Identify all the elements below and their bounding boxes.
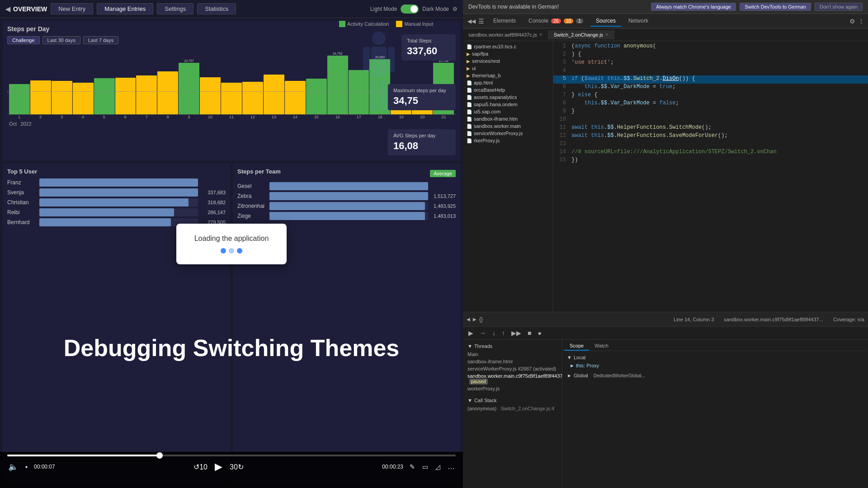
user-bar-fill <box>39 208 174 216</box>
scope-this[interactable]: ► this: Proxy <box>564 362 866 369</box>
captions-button[interactable]: ▪ <box>24 462 28 471</box>
tree-item[interactable]: 📄assets.sapanalytics <box>463 94 553 101</box>
tab-network[interactable]: Network <box>623 16 654 27</box>
filter-challenge[interactable]: Challenge <box>7 36 40 44</box>
tab-sources[interactable]: Sources <box>590 16 621 27</box>
fullscreen-button[interactable]: ◿ <box>434 462 441 471</box>
scope-tab[interactable]: Scope <box>564 342 589 351</box>
manage-entries-button[interactable]: Manage Entries <box>97 3 153 14</box>
filter-7days[interactable]: Last 7 days <box>83 36 118 44</box>
date-cell: 8 <box>158 115 178 119</box>
step-over-button[interactable]: → <box>478 328 488 338</box>
position-label: Line 14, Column 3 <box>674 317 714 322</box>
statistics-button[interactable]: Statistics <box>197 3 236 14</box>
thread-service-worker[interactable]: serviceWorkerProxy.js #2687 (activated) <box>465 365 560 372</box>
watch-tab[interactable]: Watch <box>589 342 614 351</box>
tree-item[interactable]: ▶ services/rest <box>463 57 553 65</box>
dont-show-again-button[interactable]: Don't show again <box>815 3 863 11</box>
team-value: 1,483,013 <box>431 213 456 219</box>
callstack-item-anonymous[interactable]: (anonymous) Switch_2.onChange.js:4 <box>465 405 560 412</box>
file-tab-worker-label: sandbox.worker.aef89f4437c.js <box>468 32 537 38</box>
theme-toggle-switch[interactable] <box>401 5 419 14</box>
steps-section: Steps per Day Challenge Last 30 days Las… <box>3 21 460 161</box>
settings-button[interactable]: Settings <box>157 3 193 14</box>
progress-thumb[interactable] <box>156 452 163 459</box>
devtools-settings-icon[interactable]: ⚙ <box>849 18 855 25</box>
total-steps-value: 337,60 <box>407 45 450 57</box>
tree-item[interactable]: 📄ui5.sap.com <box>463 108 553 115</box>
file-tab-switch[interactable]: Switch_2.onChange.js ✕ <box>548 30 614 39</box>
theme-toggle-area: Light Mode Dark Mode ⚙ <box>370 5 458 14</box>
local-scope-title[interactable]: ▼ Local <box>564 353 866 362</box>
tree-item[interactable]: 📄sandbox-iframe.htm <box>463 115 553 122</box>
dark-mode-label: Dark Mode <box>422 6 449 12</box>
devtools-menu-icon[interactable]: ☰ <box>478 18 484 25</box>
average-button[interactable]: Average <box>430 170 456 177</box>
file-tab-close-2[interactable]: ✕ <box>605 32 609 37</box>
devtools-back-button[interactable]: ◀◀ <box>467 17 476 25</box>
devtools-more-icon[interactable]: ⋮ <box>858 18 864 25</box>
tree-item[interactable]: 📄app.html <box>463 79 553 86</box>
thread-iframe[interactable]: sandbox-iframe.html <box>465 358 560 365</box>
rewind-button[interactable]: ↺10 <box>193 462 208 472</box>
tree-item[interactable]: 📄sandbox.worker.main <box>463 122 553 130</box>
bottom-toolbar: ◀ ▶ {} Line 14, Column 3 sandbox.worker.… <box>463 312 868 327</box>
team-row: Gesel <box>237 182 456 190</box>
user-bar-bg <box>39 218 198 226</box>
camera-button[interactable]: ▭ <box>421 462 429 471</box>
back-arrow-icon[interactable]: ◀ <box>5 5 10 13</box>
tree-item[interactable]: ▶ ui <box>463 65 553 72</box>
date-cell: 6 <box>115 115 136 119</box>
date-cell: 7 <box>137 115 157 119</box>
tab-elements[interactable]: Elements <box>488 16 521 27</box>
forward-button[interactable]: 30↻ <box>229 462 245 472</box>
thread-main[interactable]: Main <box>465 351 560 358</box>
more-options-button[interactable]: … <box>447 462 456 472</box>
volume-button[interactable]: 🔈 <box>7 461 19 473</box>
code-editor[interactable]: 1 (async function anonymous( 2 ) { 3 'us… <box>553 41 868 312</box>
bar-fill <box>94 78 115 114</box>
tree-item[interactable]: 📄serviceWorkerProxy.js <box>463 130 553 137</box>
file-tab-close-1[interactable]: ✕ <box>539 32 542 37</box>
edit-button[interactable]: ✎ <box>409 462 416 471</box>
tree-item[interactable]: 📄orcaBaseHelp <box>463 86 553 94</box>
coverage-label: Coverage: n/a <box>833 317 864 322</box>
language-match-button[interactable]: Always match Chrome's language <box>651 3 736 11</box>
thread-sandbox-worker[interactable]: sandbox.worker.main.c9f75d9f1aef89f4437.… <box>465 372 560 385</box>
threads-section-title[interactable]: ▼ Threads <box>465 342 560 351</box>
switch-language-button[interactable]: Switch DevTools to German <box>740 3 811 11</box>
svg-rect-4 <box>371 80 378 111</box>
code-line: 1 (async function anonymous( <box>553 43 868 51</box>
bottom-row: Top 5 User Franz Svenja 337,683 Christia… <box>3 164 460 485</box>
callstack-collapse-icon: ▼ <box>467 398 472 403</box>
svg-rect-3 <box>388 47 395 72</box>
team-value: 1,513,727 <box>431 193 456 199</box>
filter-30days[interactable]: Last 30 days <box>42 36 80 44</box>
tree-item[interactable]: ▶ theme/sap_b <box>463 72 553 79</box>
bar-group <box>306 47 327 114</box>
thread-worker-proxy[interactable]: workerProxy.js <box>465 385 560 392</box>
call-stack-label: Call Stack <box>474 398 497 403</box>
step-button[interactable]: ▶▶ <box>509 328 523 338</box>
play-button[interactable]: ▶ <box>214 460 223 474</box>
pause-exceptions-button[interactable]: ● <box>536 328 543 338</box>
tab-console[interactable]: Console 26 10 1 <box>523 16 589 27</box>
settings-icon[interactable]: ⚙ <box>453 6 458 12</box>
resume-button[interactable]: ▶ <box>467 328 475 338</box>
step-out-button[interactable]: ↑ <box>500 328 507 338</box>
global-scope-title[interactable]: ► Global DedicatedWorkerGlobal... <box>564 371 866 380</box>
tree-item[interactable]: 📄sapui5.hana.ondem <box>463 101 553 108</box>
tree-item[interactable]: 📄rkerProxy.js <box>463 137 553 144</box>
call-stack-section-title[interactable]: ▼ Call Stack <box>465 396 560 405</box>
new-entry-button[interactable]: New Entry <box>51 3 93 14</box>
file-tab-worker[interactable]: sandbox.worker.aef89f4437c.js ✕ <box>463 30 548 39</box>
loading-dot-1 <box>221 248 226 253</box>
progress-bar[interactable] <box>7 455 456 456</box>
date-cell: 14 <box>285 115 305 119</box>
tree-item[interactable]: ▶ sap/fpa <box>463 50 553 57</box>
this-label: this: Proxy <box>576 363 599 368</box>
tree-item[interactable]: 📄rpartner.eu10.hcs.c <box>463 43 553 50</box>
deactivate-button[interactable]: ■ <box>526 328 533 338</box>
step-into-button[interactable]: ↓ <box>491 328 497 338</box>
global-label: Global <box>574 373 588 378</box>
